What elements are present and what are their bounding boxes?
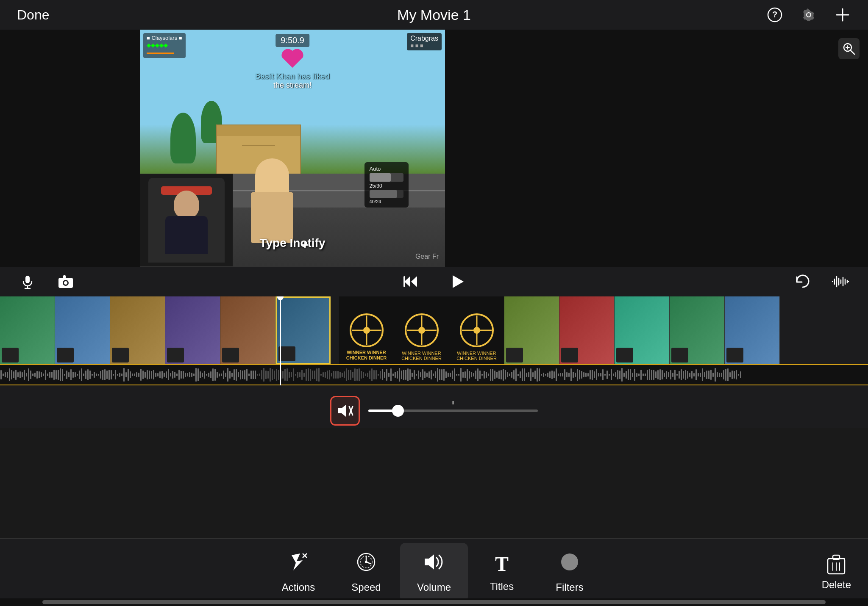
game-action-text: Type Inotify [259, 236, 325, 250]
camera-button[interactable] [55, 271, 76, 292]
clip-overlay-5 [220, 296, 275, 364]
clip-overlay-12 [615, 296, 669, 364]
clip-cam-13 [671, 348, 688, 362]
waveform [0, 365, 868, 385]
scrollbar-thumb [42, 600, 826, 604]
speed-label: Speed [351, 581, 381, 593]
timeline-clip-winner-1[interactable]: WINNER WINNER CHICKEN DINNER [339, 296, 394, 364]
delete-button[interactable]: Delete [822, 554, 851, 591]
winner-text-1: WINNER WINNER CHICKEN DINNER [339, 350, 394, 361]
clip-overlay-1 [0, 296, 55, 364]
preview-video: ■ Claysolars ■ ◆◆◆◆◆ ▬▬▬▬▬ 9:50.9 Basit … [140, 30, 445, 267]
clip-cam-2 [57, 348, 74, 362]
timeline-clip-14[interactable] [725, 296, 780, 364]
controls-right [792, 271, 851, 292]
done-button[interactable]: Done [17, 7, 50, 23]
clip-cam-14 [726, 348, 743, 362]
preview-right-panel [445, 30, 868, 267]
playhead[interactable] [280, 296, 281, 385]
volume-slider[interactable] [368, 410, 538, 412]
clip-overlay-14 [725, 296, 779, 364]
game-notification: Basit Khan has liked the stream! [255, 72, 330, 90]
notification-user: Basit Khan [255, 72, 295, 80]
preview-left-panel [0, 30, 140, 267]
volume-label: Volume [417, 581, 451, 593]
titles-label: Titles [490, 581, 514, 592]
svg-marker-16 [411, 276, 417, 287]
filters-icon [559, 552, 580, 576]
bottom-scrollbar[interactable] [0, 598, 868, 606]
svg-line-5 [851, 50, 854, 54]
clip-cam-6 [278, 346, 295, 361]
controls-bar [0, 267, 868, 296]
titles-button[interactable]: T Titles [468, 543, 536, 602]
clip-overlay-10 [504, 296, 559, 364]
add-button[interactable] [834, 6, 851, 23]
volume-area [0, 394, 868, 428]
timeline-clip-10[interactable] [504, 296, 559, 364]
timeline-clip-winner-2[interactable]: WINNER WINNER CHICKEN DINNER [394, 296, 449, 364]
scoreboard: ■ Claysolars ■ ◆◆◆◆◆ ▬▬▬▬▬ [143, 33, 186, 58]
timeline-track: WINNER WINNER CHICKEN DINNER [0, 296, 868, 364]
mute-button[interactable] [330, 396, 360, 426]
gear-watermark: Gear Fr [415, 253, 439, 260]
timeline-clip-6-active[interactable] [275, 296, 331, 364]
timeline-clip-3[interactable] [110, 296, 165, 364]
clip-overlay-2 [55, 296, 110, 364]
timeline-clip-11[interactable] [559, 296, 615, 364]
weapon-hud: Auto 25/30 40/24 [364, 162, 409, 208]
filters-label: Filters [556, 581, 583, 593]
skip-back-button[interactable] [400, 271, 421, 292]
timeline-clip-12[interactable] [615, 296, 670, 364]
clip-overlay-6 [277, 298, 329, 363]
settings-button[interactable] [800, 6, 817, 23]
timeline-clip-winner-3[interactable]: WINNER WINNER CHICKEN DINNER [449, 296, 504, 364]
speed-button[interactable]: Speed [332, 543, 400, 602]
winner-text-2: WINNER WINNER CHICKEN DINNER [394, 351, 449, 361]
svg-marker-43 [338, 405, 346, 417]
notification-text: has liked [297, 72, 330, 80]
controls-center [400, 271, 468, 292]
timeline-clip-2[interactable] [55, 296, 110, 364]
timeline-clip-13[interactable] [670, 296, 725, 364]
volume-slider-container [368, 410, 538, 412]
actions-label: Actions [282, 581, 315, 593]
volume-button[interactable]: Volume [400, 543, 468, 602]
timeline-clip-5[interactable] [220, 296, 275, 364]
delete-label: Delete [822, 579, 851, 591]
svg-text:?: ? [772, 10, 777, 19]
undo-button[interactable] [792, 271, 813, 292]
play-button[interactable] [447, 271, 468, 292]
clip-overlay-4 [165, 296, 220, 364]
svg-point-42 [473, 327, 480, 334]
timeline-clip-1[interactable] [0, 296, 55, 364]
actions-button[interactable]: Actions [264, 543, 332, 602]
microphone-button[interactable] [17, 271, 38, 292]
timeline-clip-4[interactable] [165, 296, 220, 364]
filters-button[interactable]: Filters [536, 543, 604, 602]
preview-area: ■ Claysolars ■ ◆◆◆◆◆ ▬▬▬▬▬ 9:50.9 Basit … [0, 30, 868, 267]
speed-icon [356, 552, 376, 576]
svg-marker-15 [404, 276, 410, 287]
zoom-button[interactable] [838, 38, 860, 59]
clip-overlay-11 [559, 296, 614, 364]
header: Done My Movie 1 ? [0, 0, 868, 30]
timeline[interactable]: WINNER WINNER CHICKEN DINNER [0, 296, 868, 394]
svg-rect-8 [25, 276, 30, 283]
notification-text2: the stream! [255, 81, 330, 90]
svg-point-54 [561, 553, 578, 570]
svg-marker-53 [425, 554, 434, 570]
clip-overlay-13 [670, 296, 724, 364]
header-icons: ? [766, 6, 851, 23]
volume-marker [453, 401, 454, 404]
waveform-button[interactable] [830, 271, 851, 292]
clip-overlay-3 [110, 296, 165, 364]
svg-point-37 [418, 327, 425, 334]
game-screenshot: ■ Claysolars ■ ◆◆◆◆◆ ▬▬▬▬▬ 9:50.9 Basit … [140, 30, 445, 267]
top-right-corner: Crabgras ■ ■ ■ [407, 33, 442, 50]
audio-track[interactable] [0, 364, 868, 385]
svg-point-52 [365, 561, 367, 563]
clip-cam-12 [616, 348, 633, 362]
volume-icon [423, 552, 445, 576]
help-button[interactable]: ? [766, 6, 783, 23]
